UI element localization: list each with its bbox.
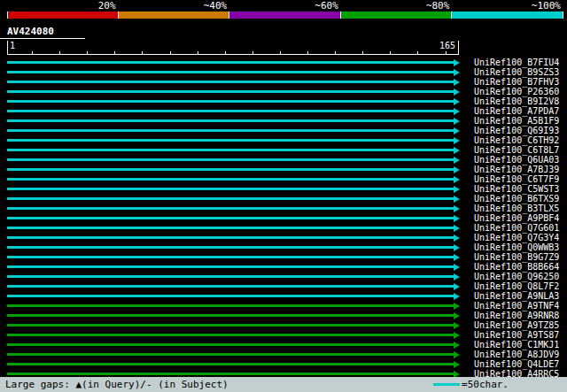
scale-segment: ~80% <box>341 1 453 19</box>
alignment-bar[interactable] <box>0 118 466 125</box>
hit-label[interactable]: UniRef100_A7BJ39 <box>474 165 559 174</box>
alignment-bar-line <box>7 119 454 122</box>
hit-label[interactable]: UniRef100_A9TZ85 <box>474 320 559 330</box>
alignment-bar[interactable] <box>0 176 466 183</box>
hit-label[interactable]: UniRef100_C6TH92 <box>474 135 559 145</box>
hit-row: UniRef100_C6T7F9 <box>0 174 567 184</box>
hits-list: UniRef100_B7FIU4UniRef100_B9SZS3UniRef10… <box>0 55 567 377</box>
alignment-bar[interactable] <box>0 69 466 76</box>
alignment-bar[interactable] <box>0 205 466 212</box>
alignment-bar-arrowhead <box>454 108 460 115</box>
hit-label[interactable]: UniRef100_Q4LDE7 <box>474 359 559 369</box>
hit-label[interactable]: UniRef100_A5B1F9 <box>474 116 559 126</box>
hit-label[interactable]: UniRef100_C5WST3 <box>474 184 559 194</box>
hit-row: UniRef100_Q4LDE7 <box>0 359 567 369</box>
ruler-left-tick <box>7 41 8 55</box>
hit-label[interactable]: UniRef100_C6T8L7 <box>474 145 559 155</box>
ruler-tick <box>335 51 336 55</box>
ruler-tick <box>114 51 115 55</box>
alignment-bar[interactable] <box>0 293 466 300</box>
alignment-bar-line <box>7 304 454 307</box>
hit-label[interactable]: UniRef100_B8B664 <box>474 262 559 272</box>
hit-label[interactable]: UniRef100_C1MKJ1 <box>474 340 559 350</box>
hit-label[interactable]: UniRef100_P26360 <box>474 87 559 96</box>
alignment-bar[interactable] <box>0 342 466 349</box>
ruler-tick <box>32 51 33 55</box>
alignment-bar[interactable] <box>0 225 466 232</box>
alignment-bar[interactable] <box>0 361 466 368</box>
alignment-bar[interactable] <box>0 186 466 193</box>
ruler-tick <box>280 51 281 55</box>
alignment-bar[interactable] <box>0 371 466 378</box>
hit-label[interactable]: UniRef100_A9TS87 <box>474 330 559 340</box>
hit-label[interactable]: UniRef100_Q69I93 <box>474 126 559 135</box>
ruler-tick <box>362 51 363 55</box>
alignment-bar[interactable] <box>0 283 466 290</box>
hit-label[interactable]: UniRef100_A7PDA7 <box>474 106 559 116</box>
alignment-bar-arrowhead <box>454 293 460 300</box>
alignment-bar-arrowhead <box>454 69 460 76</box>
scale-segment-swatch <box>7 12 119 19</box>
alignment-bar-arrowhead <box>454 342 460 349</box>
hit-row: UniRef100_A9TZ85 <box>0 320 567 330</box>
alignment-bar[interactable] <box>0 137 466 144</box>
alignment-bar[interactable] <box>0 157 466 164</box>
hit-row: UniRef100_Q8L7F2 <box>0 281 567 291</box>
hit-label[interactable]: UniRef100_B3TLX5 <box>474 204 559 213</box>
alignment-bar[interactable] <box>0 322 466 329</box>
alignment-bar-line <box>7 236 454 239</box>
alignment-bar[interactable] <box>0 254 466 261</box>
hit-row: UniRef100_C1MKJ1 <box>0 340 567 350</box>
scale-segment: ~60% <box>229 1 341 19</box>
alignment-bar[interactable] <box>0 312 466 319</box>
hit-label[interactable]: UniRef100_Q7G3Y4 <box>474 233 559 242</box>
alignment-bar[interactable] <box>0 108 466 115</box>
hit-label[interactable]: UniRef100_Q7G601 <box>474 223 559 233</box>
alignment-bar-arrowhead <box>454 157 460 164</box>
hit-label[interactable]: UniRef100_B9SZS3 <box>474 67 559 77</box>
alignment-bar[interactable] <box>0 79 466 86</box>
hit-label[interactable]: UniRef100_A9NLA3 <box>474 291 559 301</box>
hit-label[interactable]: UniRef100_Q8L7F2 <box>474 281 559 291</box>
alignment-bar[interactable] <box>0 351 466 358</box>
alignment-bar-line <box>7 139 454 142</box>
alignment-bar[interactable] <box>0 244 466 251</box>
alignment-bar[interactable] <box>0 332 466 339</box>
hit-label[interactable]: UniRef100_C6T7F9 <box>474 174 559 184</box>
hit-row: UniRef100_A8JDV9 <box>0 350 567 359</box>
scale-segment-swatch <box>341 12 453 19</box>
alignment-bar[interactable] <box>0 303 466 310</box>
hit-label[interactable]: UniRef100_B9G7Z9 <box>474 252 559 262</box>
hit-label[interactable]: UniRef100_B6TXS9 <box>474 194 559 204</box>
hit-label[interactable]: UniRef100_B7FIU4 <box>474 58 559 67</box>
alignment-bar[interactable] <box>0 234 466 242</box>
hit-label[interactable]: UniRef100_A4RRC5 <box>474 369 559 377</box>
alignment-bar[interactable] <box>0 98 466 105</box>
hit-row: UniRef100_Q96250 <box>0 272 567 281</box>
hit-label[interactable]: UniRef100_A9PBF4 <box>474 213 559 223</box>
hit-label[interactable]: UniRef100_Q6UA03 <box>474 155 559 165</box>
hit-label[interactable]: UniRef100_Q0WWB3 <box>474 242 559 252</box>
hit-label[interactable]: UniRef100_B9I2V8 <box>474 96 559 106</box>
hit-row: UniRef100_B3TLX5 <box>0 204 567 213</box>
alignment-bar[interactable] <box>0 166 466 173</box>
alignment-bar-line <box>7 110 454 112</box>
alignment-bar-arrowhead <box>454 196 460 203</box>
hit-label[interactable]: UniRef100_A9TNF4 <box>474 301 559 311</box>
hit-label[interactable]: UniRef100_Q96250 <box>474 272 559 281</box>
alignment-bar[interactable] <box>0 264 466 271</box>
alignment-bar-arrowhead <box>454 98 460 105</box>
alignment-bar-arrowhead <box>454 59 460 66</box>
alignment-bar[interactable] <box>0 215 466 222</box>
hit-label[interactable]: UniRef100_A8JDV9 <box>474 350 559 359</box>
hit-label[interactable]: UniRef100_B7FHV3 <box>474 77 559 87</box>
alignment-bar[interactable] <box>0 147 466 154</box>
hit-label[interactable]: UniRef100_A9RNR8 <box>474 311 559 320</box>
alignment-bar[interactable] <box>0 196 466 203</box>
alignment-bar[interactable] <box>0 59 466 66</box>
alignment-bar-line <box>7 334 454 336</box>
alignment-bar[interactable] <box>0 127 466 135</box>
alignment-bar-arrowhead <box>454 264 460 271</box>
alignment-bar[interactable] <box>0 273 466 281</box>
alignment-bar[interactable] <box>0 88 466 96</box>
